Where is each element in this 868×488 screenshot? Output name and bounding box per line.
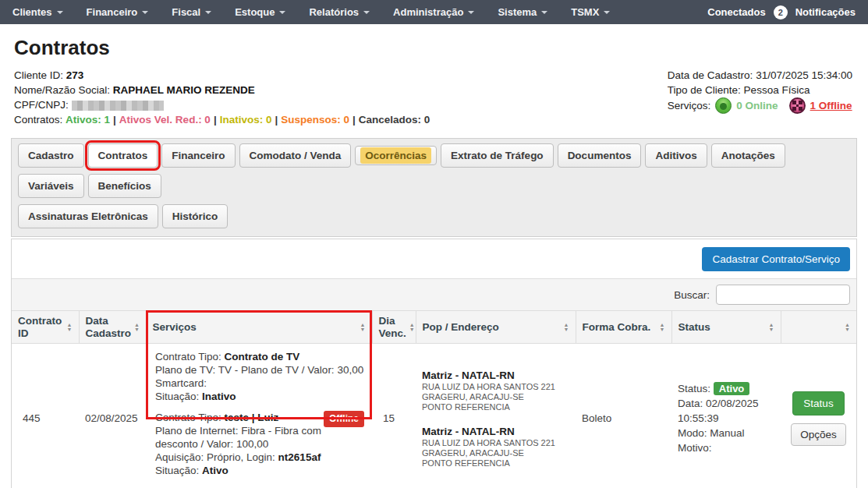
services-status-line: Serviços: 0 Online 1 Offline: [668, 97, 852, 114]
tab-contratos[interactable]: Contratos: [88, 143, 158, 168]
header-data-cadastro[interactable]: Data Cadastro▲▼: [79, 311, 146, 344]
client-id-line: Cliente ID: 273: [14, 68, 430, 83]
service-line: Plano de Internet: Fibra - Fibra com des…: [155, 424, 364, 451]
separator: |: [214, 114, 217, 126]
chevron-down-icon: [142, 11, 148, 14]
nav-financeiro[interactable]: Financeiro: [87, 6, 149, 18]
status-badge: Ativo: [714, 382, 750, 395]
nav-estoque-label: Estoque: [235, 6, 275, 18]
offline-badge: Offline: [324, 411, 364, 427]
sort-icon[interactable]: ▲▼: [660, 323, 665, 332]
count-ativos-vel-red: Ativos Vel. Red.: 0: [119, 114, 211, 126]
pop-block: Matriz - NATAL-RN RUA LUIZ DA HORA SANTO…: [422, 425, 569, 469]
nav-fiscal[interactable]: Fiscal: [172, 6, 211, 18]
chevron-down-icon: [205, 11, 211, 14]
sort-icon[interactable]: ▲▼: [845, 323, 850, 332]
sort-icon[interactable]: ▲▼: [409, 323, 415, 332]
header-label: Contrato ID: [18, 315, 64, 340]
cell-actions: Status Opções: [781, 344, 856, 488]
header-pop-endereco[interactable]: Pop / Endereço▲▼: [416, 311, 576, 344]
tab-anotacoes[interactable]: Anotações: [711, 143, 785, 168]
tab-ocorrencias[interactable]: Ocorrências: [355, 146, 437, 165]
header-status[interactable]: Status▲▼: [671, 311, 781, 344]
top-navbar: Clientes Financeiro Fiscal Estoque Relat…: [0, 0, 868, 24]
header-label: Data Cadastro: [86, 315, 132, 340]
tab-cadastro[interactable]: Cadastro: [18, 143, 84, 168]
cell-status: Status: Ativo Data: 02/08/2025 10:55:39 …: [671, 344, 781, 488]
pop-name: Matriz - NATAL-RN: [422, 425, 569, 438]
client-name-label: Nome/Razão Social:: [14, 84, 110, 96]
chevron-down-icon: [279, 11, 285, 14]
nav-relatorios-label: Relatórios: [309, 6, 359, 18]
sort-icon[interactable]: ▲▼: [67, 323, 73, 332]
tab-beneficios[interactable]: Benefícios: [88, 174, 161, 198]
pop-name: Matriz - NATAL-RN: [422, 369, 569, 382]
nav-estoque[interactable]: Estoque: [235, 6, 285, 18]
header-forma-cobra[interactable]: Forma Cobra.▲▼: [576, 311, 671, 344]
tab-assinaturas-eletronicas[interactable]: Assinaturas Eletrônicas: [18, 204, 158, 228]
services-label: Serviços:: [668, 98, 711, 113]
separator: |: [113, 114, 116, 126]
online-count-text: 0 Online: [736, 98, 778, 113]
nav-relatorios[interactable]: Relatórios: [309, 6, 370, 18]
nav-right-group: Conectados 2 Notificações: [707, 5, 856, 19]
pop-block: Matriz - NATAL-RN RUA LUIZ DA HORA SANTO…: [422, 369, 569, 412]
status-line: Status: Ativo: [678, 381, 774, 396]
nav-sistema[interactable]: Sistema: [498, 6, 547, 18]
count-ativos: Ativos: 1: [66, 114, 110, 126]
connected-link[interactable]: Conectados: [707, 6, 765, 18]
client-info-right: Data de Cadastro: 31/07/2025 15:34:00 Ti…: [668, 68, 852, 127]
tab-extrato-trafego[interactable]: Extrato de Tráfego: [441, 143, 554, 168]
client-type-line: Tipo de Cliente: Pessoa Física: [668, 83, 852, 97]
status-date-line: Data: 02/08/2025 10:55:39: [678, 396, 774, 426]
separator: |: [275, 114, 278, 126]
tab-comodato-venda[interactable]: Comodato / Venda: [239, 143, 352, 168]
header-actions[interactable]: ▲▼: [781, 311, 856, 344]
sort-icon[interactable]: ▲▼: [134, 323, 140, 332]
sort-icon[interactable]: ▲▼: [360, 323, 366, 332]
chevron-down-icon: [604, 11, 610, 14]
cadastrar-contrato-button[interactable]: Cadastrar Contrato/Serviço: [702, 247, 850, 271]
pop-address-line: PONTO REFERENCIA: [422, 402, 569, 412]
service-line: Aquisição: Próprio, Login: nt2615af: [155, 451, 364, 464]
nav-administracao[interactable]: Administração: [393, 6, 474, 18]
cell-servicos: Contrato Tipo: Contrato de TV Plano de T…: [146, 344, 372, 488]
sort-icon[interactable]: ▲▼: [564, 323, 569, 332]
header-servicos[interactable]: Serviços▲▼: [146, 311, 372, 344]
chevron-down-icon: [541, 11, 547, 14]
nav-clientes-label: Clientes: [12, 6, 52, 18]
pop-address-line: RUA LUIZ DA HORA SANTOS 221: [422, 382, 569, 392]
nav-clientes[interactable]: Clientes: [12, 6, 63, 18]
offline-count-link[interactable]: 1 Offline: [810, 98, 852, 113]
connected-count-badge[interactable]: 2: [774, 5, 788, 19]
tab-variaveis[interactable]: Variáveis: [18, 174, 84, 198]
toolbar-row: Cadastrar Contrato/Serviço: [12, 239, 856, 278]
cell-data-cadastro: 02/08/2025: [79, 344, 146, 488]
offline-status-icon: [789, 97, 806, 114]
status-button[interactable]: Status: [792, 391, 844, 416]
search-input[interactable]: [716, 285, 850, 305]
nav-tsmx-label: TSMX: [571, 6, 599, 18]
separator: |: [353, 114, 356, 126]
tab-aditivos[interactable]: Aditivos: [645, 143, 707, 168]
header-contrato-id[interactable]: Contrato ID▲▼: [12, 311, 79, 344]
service-line: OfflineContrato Tipo: teste | Luiz: [155, 411, 364, 424]
sort-icon[interactable]: ▲▼: [769, 323, 774, 332]
cell-forma-cobra: Boleto: [576, 344, 671, 488]
pop-address-line: RUA LUIZ DA HORA SANTOS 221: [422, 438, 569, 448]
cell-contrato-id: 445: [12, 344, 79, 488]
nav-tsmx[interactable]: TSMX: [571, 6, 610, 18]
search-label: Buscar:: [674, 289, 710, 301]
client-cpf-label: CPF/CNPJ:: [14, 99, 69, 111]
header-label: Serviços: [153, 321, 197, 334]
client-cpf-line: CPF/CNPJ:: [14, 97, 430, 112]
notifications-link[interactable]: Notificações: [795, 6, 856, 18]
tab-historico[interactable]: Histórico: [162, 204, 229, 228]
header-dia-venc[interactable]: Dia Venc.▲▼: [372, 311, 416, 344]
tab-documentos[interactable]: Documentos: [558, 143, 642, 168]
service-line: Situação: Inativo: [155, 390, 364, 403]
tab-financeiro[interactable]: Financeiro: [161, 143, 235, 168]
opcoes-button[interactable]: Opções: [791, 423, 846, 446]
status-mode-line: Modo: Manual: [678, 426, 774, 440]
contracts-table: Contrato ID▲▼ Data Cadastro▲▼ Serviços▲▼…: [12, 310, 856, 488]
